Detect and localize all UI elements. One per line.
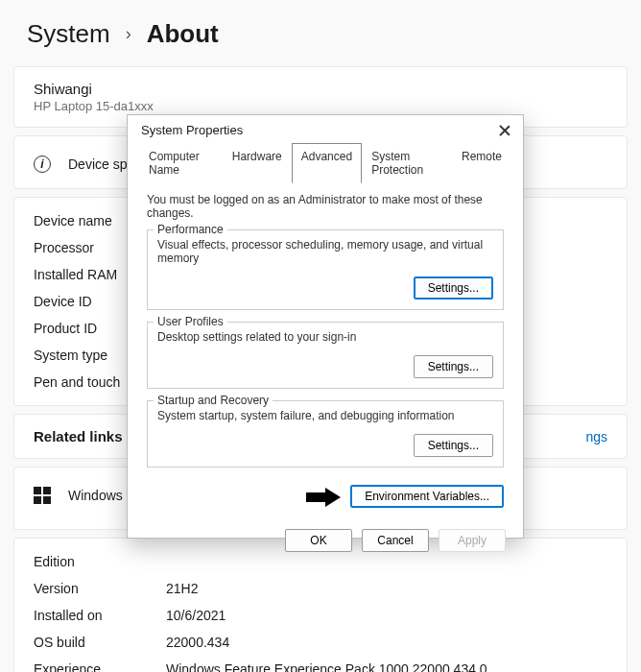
environment-variables-button[interactable]: Environment Variables...: [350, 485, 504, 508]
admin-note: You must be logged on as an Administrato…: [147, 193, 504, 220]
spec-value-osbuild: 22000.434: [166, 635, 229, 650]
user-profiles-desc: Desktop settings related to your sign-in: [157, 330, 493, 344]
cancel-button[interactable]: Cancel: [362, 529, 429, 552]
system-properties-dialog: System Properties Computer Name Hardware…: [127, 114, 524, 539]
related-link[interactable]: ngs: [585, 429, 607, 444]
dialog-title: System Properties: [141, 123, 243, 137]
dialog-body: You must be logged on as an Administrato…: [128, 183, 523, 468]
env-var-row: Environment Variables...: [128, 479, 523, 519]
performance-settings-button[interactable]: Settings...: [414, 276, 493, 300]
spec-label-osbuild: OS build: [34, 635, 149, 650]
spec-value-experience: Windows Feature Experience Pack 1000.220…: [166, 661, 487, 672]
spec-label-installed: Installed on: [34, 608, 149, 623]
spec-label-experience: Experience: [34, 661, 149, 672]
close-icon[interactable]: [498, 124, 511, 137]
breadcrumb-parent[interactable]: System: [27, 19, 110, 49]
tab-hardware[interactable]: Hardware: [223, 143, 292, 183]
spec-value-installed: 10/6/2021: [166, 608, 226, 623]
tab-advanced[interactable]: Advanced: [292, 143, 362, 183]
related-links-title: Related links: [34, 428, 123, 444]
performance-legend: Performance: [154, 223, 227, 236]
tab-remote[interactable]: Remote: [452, 143, 511, 183]
performance-group: Performance Visual effects, processor sc…: [147, 229, 504, 310]
dialog-footer: OK Cancel Apply: [128, 519, 523, 565]
user-profiles-group: User Profiles Desktop settings related t…: [147, 322, 504, 389]
startup-settings-button[interactable]: Settings...: [414, 434, 493, 457]
spec-label-version: Version: [34, 581, 149, 596]
spec-value-version: 21H2: [166, 581, 198, 596]
dialog-tabs: Computer Name Hardware Advanced System P…: [128, 143, 523, 183]
device-model: HP Laptop 15-da1xxx: [34, 99, 607, 113]
arrow-icon: [306, 488, 343, 505]
info-icon: [34, 156, 51, 173]
page-title: About: [147, 19, 219, 49]
user-name: Shiwangi: [34, 81, 607, 97]
startup-group: Startup and Recovery System startup, sys…: [147, 400, 504, 468]
breadcrumb: System › About: [0, 0, 641, 66]
tab-system-protection[interactable]: System Protection: [362, 143, 452, 183]
apply-button[interactable]: Apply: [439, 529, 506, 552]
user-profiles-legend: User Profiles: [154, 315, 227, 328]
ok-button[interactable]: OK: [285, 529, 352, 552]
user-profiles-settings-button[interactable]: Settings...: [414, 355, 493, 378]
startup-legend: Startup and Recovery: [154, 394, 273, 407]
dialog-titlebar: System Properties: [128, 115, 523, 143]
windows-icon: [34, 487, 51, 504]
performance-desc: Visual effects, processor scheduling, me…: [157, 238, 493, 265]
tab-computer-name[interactable]: Computer Name: [139, 143, 223, 183]
chevron-right-icon: ›: [126, 24, 131, 44]
startup-desc: System startup, system failure, and debu…: [157, 409, 493, 422]
